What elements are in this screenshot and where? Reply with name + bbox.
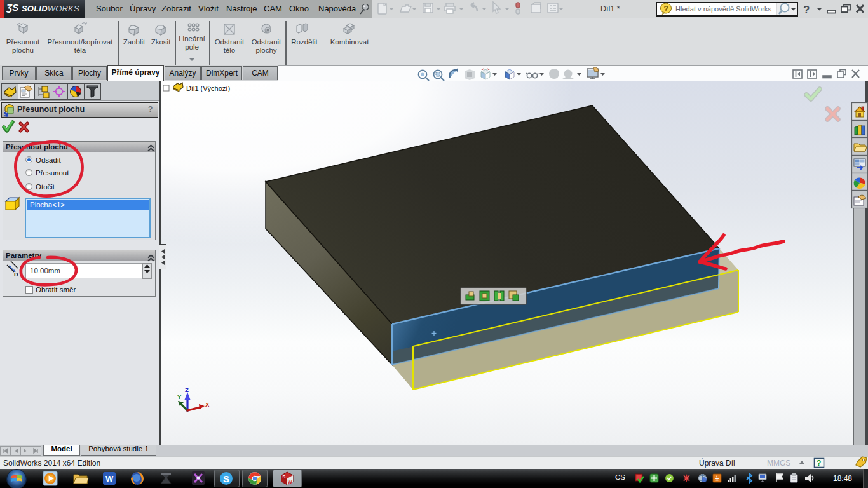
svg-text:?: ? xyxy=(803,4,810,16)
svg-text:S: S xyxy=(283,475,286,479)
svg-text:Y: Y xyxy=(177,393,182,400)
svg-text:Z: Z xyxy=(185,386,189,393)
svg-text:?: ? xyxy=(817,459,821,468)
svg-text:Díl1 (Výchozí): Díl1 (Výchozí) xyxy=(186,85,230,92)
svg-text:X: X xyxy=(205,401,210,408)
svg-text:S: S xyxy=(223,473,229,484)
svg-text:?: ? xyxy=(664,4,668,13)
svg-text:Hledat v nápovědě SolidWorks: Hledat v nápovědě SolidWorks xyxy=(675,5,771,13)
svg-text:W: W xyxy=(105,474,114,484)
svg-text:W: W xyxy=(288,480,292,484)
svg-text:D: D xyxy=(14,271,18,278)
